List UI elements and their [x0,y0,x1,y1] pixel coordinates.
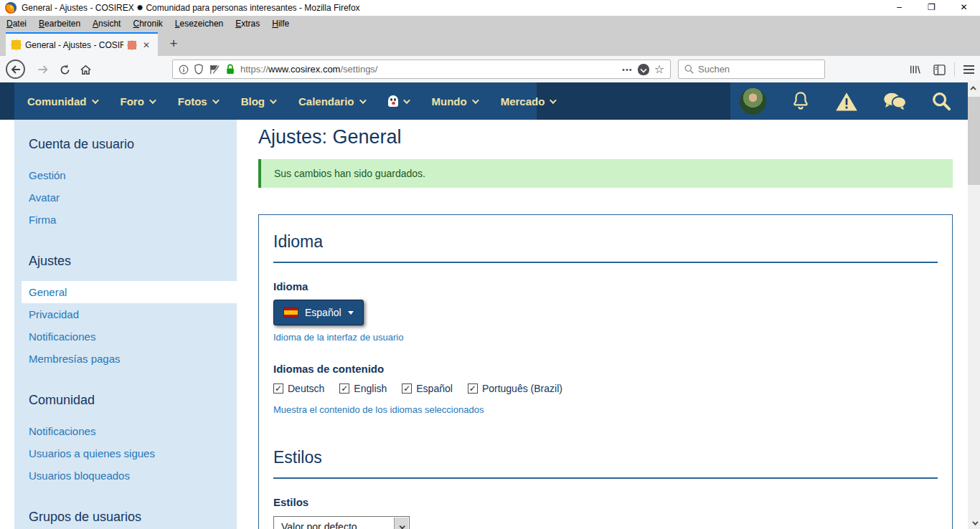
sidebar-item-firma[interactable]: Firma [14,209,237,231]
sidebar-item-usuarios-sigues[interactable]: Usuarios a quienes sigues [14,442,237,464]
sidebar-heading-ajustes: Ajustes [14,254,237,269]
checkbox-english[interactable]: ✓English [339,383,387,394]
secure-padlock-icon [225,64,235,75]
sidebar-item-usuarios-bloqueados[interactable]: Usuarios bloqueados [14,464,237,487]
url-bar[interactable]: https://www.cosirex.com/settings/ ••• ☆ [172,59,671,79]
sidebar-toggle-icon[interactable] [930,60,948,79]
menu-datei[interactable]: Datei [6,19,27,29]
user-avatar[interactable] [740,88,766,115]
sidebar-heading-grupos: Grupos de usuarios [14,510,237,525]
scrollbar-thumb[interactable] [968,97,980,185]
sidebar-item-gestion[interactable]: Gestión [14,164,237,186]
home-icon[interactable] [76,60,95,79]
nav-item-fotos[interactable]: Fotos [178,95,217,108]
page-scrollbar[interactable] [968,80,980,529]
reload-icon[interactable] [55,60,74,79]
nav-item-blog[interactable]: Blog [241,95,275,108]
back-icon[interactable] [6,59,25,79]
nav-item-mundo[interactable]: Mundo [432,95,477,108]
library-icon[interactable] [905,60,924,79]
new-tab-button[interactable]: + [164,34,184,54]
nav-item-mercado[interactable]: Mercado [501,95,555,108]
alerts-warning-icon[interactable] [835,91,858,112]
permissions-flag-icon[interactable] [209,65,220,75]
chevron-down-icon [399,523,405,529]
search-input[interactable] [698,64,806,75]
forward-icon[interactable] [33,60,52,79]
tab-bar: General - Ajustes - COSIREX ✕ + [0,31,980,56]
sidebar-item-membresias[interactable]: Membresías pagas [14,348,237,370]
sidebar-item-notificaciones[interactable]: Notificaciones [14,325,237,348]
site-search-icon[interactable] [931,91,951,111]
chevron-down-icon [402,97,410,104]
search-box[interactable] [678,59,825,79]
estilos-field-label: Estilos [273,496,938,508]
nav-item-comunidad[interactable]: Comunidad [27,95,97,108]
tab-close-icon[interactable]: ✕ [141,40,152,50]
section-divider [273,477,938,479]
section-heading-idioma: Idioma [273,232,938,252]
chevron-down-icon [212,97,220,104]
checkbox-espanol[interactable]: ✓Español [402,383,453,394]
styles-select[interactable]: Valor por defecto [273,516,410,529]
checkbox-checked-icon[interactable]: ✓ [273,383,283,394]
chevron-down-icon [359,97,366,104]
chevron-down-icon [472,97,479,104]
toolbar-separator [954,62,955,77]
settings-main: Ajustes: General Sus cambios han sido gu… [258,120,954,529]
spain-flag-icon [283,308,298,318]
page-title: Ajustes: General [258,126,954,148]
sidebar-heading-cuenta: Cuenta de usuario [14,120,237,152]
scroll-down-icon[interactable] [968,517,980,529]
section-heading-estilos: Estilos [273,448,938,467]
scroll-up-icon[interactable] [968,82,980,94]
checkbox-checked-icon[interactable]: ✓ [339,383,349,394]
conversations-chat-icon[interactable] [882,91,907,111]
search-magnifier-icon [684,65,694,74]
language-dropdown-button[interactable]: Español [273,300,364,325]
menu-chronik[interactable]: Chronik [133,19,162,29]
page-actions-icon[interactable]: ••• [622,65,633,74]
sidebar-item-general[interactable]: General [22,281,242,303]
url-path: /settings/ [340,64,377,75]
menu-bearbeiten[interactable]: Bearbeiten [39,19,80,29]
url-host: www.cosirex.com [268,64,340,75]
page-info-icon[interactable] [179,65,189,75]
section-divider [273,262,938,263]
styles-select-value: Valor por defecto [281,521,357,529]
nav-item-ghost[interactable] [388,95,408,107]
nav-item-calendario[interactable]: Calendario [298,95,364,108]
pocket-icon[interactable] [638,64,649,75]
restore-button[interactable]: ❐ [915,0,948,16]
notifications-bell-icon[interactable] [791,90,811,112]
sidebar-item-privacidad[interactable]: Privacidad [14,303,237,325]
select-arrow-button[interactable] [394,518,408,529]
checkbox-portugues[interactable]: ✓Português (Brazil) [468,383,562,394]
checkbox-checked-icon[interactable]: ✓ [468,383,478,394]
menu-ansicht[interactable]: Ansicht [93,19,121,29]
hamburger-menu-icon[interactable] [959,60,978,79]
menu-hilfe[interactable]: Hilfe [272,19,289,29]
site-nav-user-tools [730,82,968,120]
checkbox-checked-icon[interactable]: ✓ [402,383,412,394]
chevron-down-icon [270,97,277,104]
content-languages-label: Idiomas de contenido [273,363,938,375]
sidebar-item-avatar[interactable]: Avatar [14,186,237,209]
minimize-button[interactable]: – [883,0,915,16]
sidebar-item-notificaciones-comunidad[interactable]: Notificaciones [14,420,237,442]
url-text[interactable]: https://www.cosirex.com/settings/ [240,64,617,75]
site-nav-menu: Comunidad Foro Fotos Blog Calendario Mun… [14,82,537,120]
bookmark-star-icon[interactable]: ☆ [654,62,664,76]
page-content: Cuenta de usuario Gestión Avatar Firma A… [0,120,968,529]
menu-lesezeichen[interactable]: Lesezeichen [175,19,223,29]
checkbox-deutsch[interactable]: ✓Deutsch [273,383,324,394]
close-button[interactable]: ✕ [948,0,980,16]
tab-title: General - Ajustes - COSIREX [25,40,123,50]
chevron-down-icon [149,97,156,104]
shield-icon[interactable] [194,64,204,75]
menu-extras[interactable]: Extras [235,19,260,29]
tab-general-ajustes[interactable]: General - Ajustes - COSIREX ✕ [6,32,158,56]
window-titlebar: General - Ajustes - COSIREX ✹ Comunidad … [0,0,980,16]
settings-panel: Idioma Idioma Español Idioma de la inter… [258,214,953,529]
nav-item-foro[interactable]: Foro [121,95,154,108]
